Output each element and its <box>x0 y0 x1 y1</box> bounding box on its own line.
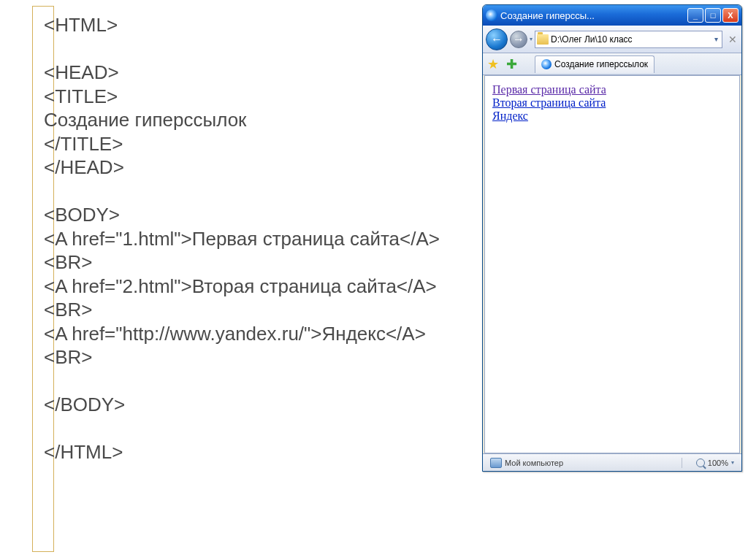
code-line: </HEAD> <box>44 156 460 180</box>
code-line: <BODY> <box>44 203 460 227</box>
stop-button[interactable]: ✕ <box>727 34 739 45</box>
window-buttons: _ □ X <box>687 8 739 23</box>
arrow-left-icon: ← <box>491 33 503 46</box>
code-line <box>44 180 460 204</box>
code-line <box>44 369 460 394</box>
code-line: <HTML> <box>44 13 460 37</box>
add-favorite-icon[interactable]: ✚ <box>506 56 517 72</box>
favorites-star-icon[interactable]: ★ <box>487 58 500 71</box>
navigation-bar: ← → ▾ D:\Олег Ли\10 класс ▾ ✕ <box>483 26 741 53</box>
code-line: </BODY> <box>44 393 460 417</box>
arrow-right-icon: → <box>513 33 524 46</box>
code-line: <HEAD> <box>44 61 460 85</box>
code-listing: <HTML> <HEAD> <TITLE> Создание гиперссыл… <box>44 13 460 464</box>
code-line: </TITLE> <box>44 132 460 156</box>
link-second-page[interactable]: Вторая страница сайта <box>492 96 606 109</box>
forward-button[interactable]: → <box>510 31 527 48</box>
code-line: </HTML> <box>44 440 460 464</box>
address-path: D:\Олег Ли\10 класс <box>551 34 712 45</box>
page-content: Первая страница сайта Вторая страница са… <box>484 75 740 453</box>
code-line: <A href="http://www.yandex.ru/">Яндекс</… <box>44 322 460 369</box>
code-line: <A href="1.html">Первая страница сайта</… <box>44 227 460 275</box>
close-button[interactable]: X <box>722 8 739 23</box>
browser-window: Создание гиперссы... _ □ X ← → ▾ D:\Олег… <box>482 4 742 472</box>
status-zone-computer: Мой компьютер <box>486 458 682 468</box>
minimize-button[interactable]: _ <box>687 8 703 23</box>
nav-end: ✕ <box>725 34 739 45</box>
code-line <box>44 417 460 441</box>
back-button[interactable]: ← <box>486 28 508 50</box>
code-line: <A href="2.html">Вторая страница сайта</… <box>44 275 460 322</box>
close-icon: ✕ <box>728 34 737 45</box>
tab-label: Создание гиперссылок <box>554 59 648 69</box>
zoom-icon <box>696 459 705 467</box>
browser-tab[interactable]: Создание гиперссылок <box>535 55 654 73</box>
code-line <box>44 37 460 61</box>
nav-dropdown-icon[interactable]: ▾ <box>530 36 533 42</box>
zoom-level: 100% <box>708 459 728 467</box>
code-line: <TITLE> <box>44 85 460 109</box>
ie-logo-icon <box>486 9 497 21</box>
computer-icon <box>490 458 502 468</box>
window-title: Создание гиперссы... <box>500 10 687 21</box>
zoom-dropdown-icon: ▾ <box>731 459 734 466</box>
maximize-button[interactable]: □ <box>705 8 721 23</box>
favorites-bar: ★ ✚ Создание гиперссылок <box>483 53 741 75</box>
address-bar[interactable]: D:\Олег Ли\10 класс ▾ <box>535 31 722 48</box>
link-yandex[interactable]: Яндекс <box>492 110 528 122</box>
code-line: Создание гиперссылок <box>44 108 460 132</box>
link-first-page[interactable]: Первая страница сайта <box>492 83 606 96</box>
status-computer-text: Мой компьютер <box>505 459 563 467</box>
folder-icon <box>537 34 549 45</box>
ie-tab-icon <box>541 59 552 69</box>
status-bar: Мой компьютер 100% ▾ <box>483 453 741 471</box>
status-zone-zoom[interactable]: 100% ▾ <box>692 459 739 467</box>
titlebar[interactable]: Создание гиперссы... _ □ X <box>483 5 741 26</box>
address-dropdown-icon[interactable]: ▾ <box>712 35 720 43</box>
